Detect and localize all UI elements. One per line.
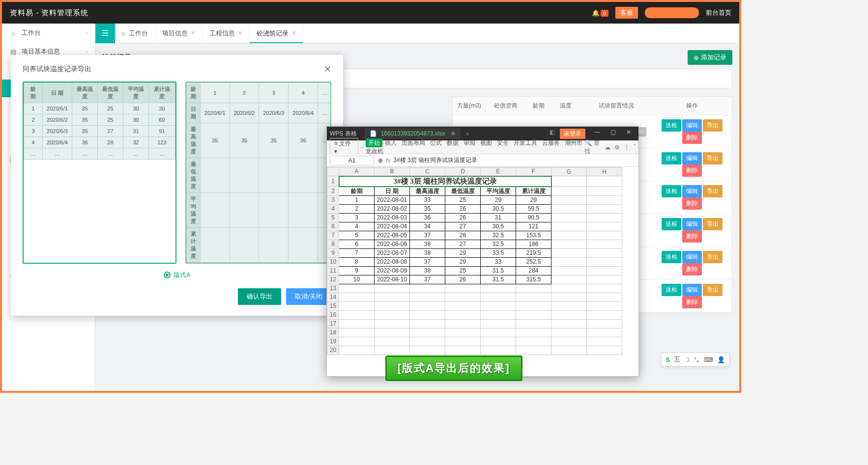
wps-more-icon[interactable]: ⋮ (624, 144, 630, 151)
op-edit[interactable]: 编辑 (682, 284, 702, 296)
export-modal: 同养试块温度记录导出 ✕ 龄 期日 期最高温度最低温度平均温度累计温度12020… (11, 55, 343, 316)
ime-mode[interactable]: 五 (674, 355, 680, 364)
notification-bell[interactable]: 🔔0 (592, 9, 608, 17)
chevron-icon: ‹ (86, 30, 88, 36)
col-age[interactable]: 龄期 (526, 97, 551, 115)
radio-checked-icon (164, 272, 171, 278)
op-edit[interactable]: 编辑 (682, 218, 702, 230)
ime-punct-icon[interactable]: °｡ (694, 356, 700, 363)
tab[interactable]: 项目信息✕ (155, 24, 203, 43)
tab-close-icon[interactable]: ✕ (191, 30, 195, 36)
wps-new-tab[interactable]: ＋ (464, 130, 470, 138)
op-delete[interactable]: 删除 (682, 197, 702, 210)
maximize-icon[interactable]: ▢ (606, 129, 620, 139)
format-a-radio[interactable]: 版式A (23, 271, 331, 279)
ribbon-tab[interactable]: 审阅 (461, 138, 478, 147)
wps-insert-fn-icon[interactable]: ⊕ (378, 157, 383, 164)
wps-app-name: WPS 表格 (330, 130, 357, 138)
user-name-masked[interactable] (645, 7, 699, 18)
modal-title: 同养试块温度记录导出 (23, 65, 91, 74)
wps-collapse-icon[interactable]: ˇ (634, 144, 636, 151)
wps-window: WPS 表格 📄 1660133932054873.xlsx ✕ ＋ ◧ 未登录… (326, 126, 639, 377)
op-export[interactable]: 导出 (703, 218, 723, 230)
op-edit[interactable]: 编辑 (682, 152, 702, 164)
wps-sync-icon[interactable]: ◧ (550, 129, 555, 139)
cancel-close-button[interactable]: 取消/关闭 (286, 288, 331, 305)
tab-icon: ⌂ (122, 29, 126, 37)
op-delete[interactable]: 删除 (682, 132, 702, 144)
op-export[interactable]: 导出 (703, 152, 723, 164)
sidebar-icon: ▤ (9, 48, 18, 55)
col-situation[interactable]: 试块留置情况 (580, 97, 652, 115)
format-b-preview[interactable]: 龄 期1234…日 期2020/6/12020/6/22020/6/32020/… (185, 82, 331, 264)
close-window-icon[interactable]: ✕ (622, 129, 636, 139)
op-send[interactable]: 送检 (662, 152, 681, 164)
ribbon-tab[interactable]: 安全 (494, 138, 511, 147)
add-record-button[interactable]: ⊕添加记录 (688, 50, 732, 65)
tab-menu-icon[interactable]: ☰ (95, 24, 115, 43)
ribbon-tab[interactable]: 公式 (428, 138, 444, 147)
wps-search-icon[interactable]: 🔍 查找 (584, 139, 601, 156)
op-edit[interactable]: 编辑 (682, 185, 702, 197)
wps-settings-icon[interactable]: ⚙ (614, 144, 620, 151)
result-banner: [版式A导出后的效果] (385, 356, 522, 381)
ribbon-tab[interactable]: 数据 (444, 138, 461, 147)
tab[interactable]: ⌂工作台 (115, 24, 155, 43)
wps-name-box[interactable]: A1 (330, 156, 374, 165)
op-send[interactable]: 送检 (662, 284, 681, 296)
col-temp[interactable]: 温度 (551, 97, 580, 115)
col-supplier[interactable]: 砼供货商 (486, 97, 526, 115)
op-delete[interactable]: 删除 (682, 263, 702, 275)
chevron-icon: ‹ (86, 49, 88, 55)
sidebar-item[interactable]: ⌂工作台‹ (2, 24, 95, 42)
plus-icon: ⊕ (694, 54, 699, 61)
wps-ribbon: ≡ 文件 ▾ » 开始插入页面布局公式数据审阅视图安全开发工具云服务潮州市党政机… (327, 140, 638, 154)
op-export[interactable]: 导出 (703, 119, 723, 132)
topbar: 资料易 - 资料管理系统 🔔0 客服 前台首页 (2, 2, 739, 24)
op-export[interactable]: 导出 (703, 185, 723, 197)
ribbon-tab[interactable]: 视图 (478, 138, 494, 147)
confirm-export-button[interactable]: 确认导出 (238, 288, 281, 305)
op-send[interactable]: 送检 (662, 218, 681, 230)
ime-keyboard-icon[interactable]: ⌨ (704, 356, 713, 363)
wps-sheet[interactable]: ABCDEFGH13#楼 3层 墙柱同养试块温度记录2龄期日 期最高温度最低温度… (327, 167, 638, 376)
ime-moon-icon[interactable]: ☽ (684, 356, 690, 363)
ribbon-tab[interactable]: 页面布局 (399, 138, 428, 147)
kefu-button[interactable]: 客服 (615, 7, 638, 19)
ribbon-tab[interactable]: 开发工具 (511, 138, 540, 147)
op-delete[interactable]: 删除 (682, 164, 702, 177)
wps-fx-icon[interactable]: fx (386, 157, 390, 164)
tab[interactable]: 砼浇筑记录✕ (250, 24, 303, 43)
notification-count: 0 (601, 10, 608, 17)
op-edit[interactable]: 编辑 (682, 251, 702, 263)
wps-cloud-icon[interactable]: ☁ (605, 144, 610, 151)
ime-logo-icon: S (665, 356, 670, 363)
op-send[interactable]: 送检 (662, 251, 681, 263)
op-send[interactable]: 送检 (662, 185, 681, 197)
app-title: 资料易 - 资料管理系统 (10, 8, 88, 18)
op-export[interactable]: 导出 (703, 251, 723, 263)
modal-close-icon[interactable]: ✕ (324, 64, 331, 75)
ribbon-tab[interactable]: 插入 (382, 138, 399, 147)
ime-toolbar[interactable]: S 五 ☽ °｡ ⌨ 👤 (661, 353, 729, 366)
op-send[interactable]: 送检 (662, 119, 681, 132)
wps-file-menu[interactable]: ≡ 文件 ▾ (330, 138, 358, 156)
home-link[interactable]: 前台首页 (706, 8, 731, 17)
col-volume[interactable]: 方量(m3) (453, 97, 486, 115)
op-delete[interactable]: 删除 (682, 230, 702, 243)
op-edit[interactable]: 编辑 (682, 119, 702, 132)
minimize-icon[interactable]: — (590, 129, 604, 139)
op-export[interactable]: 导出 (703, 284, 723, 296)
ribbon-tab[interactable]: 开始 (366, 138, 382, 147)
tab-close-icon[interactable]: ✕ (238, 30, 242, 36)
wps-file-tab[interactable]: 📄 1660133932054873.xlsx ✕ (365, 128, 461, 139)
ime-user-icon[interactable]: 👤 (717, 356, 725, 363)
format-a-preview[interactable]: 龄 期日 期最高温度最低温度平均温度累计温度12020/6/1352530302… (23, 82, 176, 264)
wps-formula-bar: A1 ⊕ fx 3#楼 3层 墙柱同养试块温度记录 (327, 154, 638, 167)
wps-login-button[interactable]: 未登录 (560, 129, 585, 139)
op-delete[interactable]: 删除 (682, 296, 702, 308)
wps-formula-text[interactable]: 3#楼 3层 墙柱同养试块温度记录 (393, 156, 477, 164)
tab-close-icon[interactable]: ✕ (291, 30, 296, 36)
ribbon-tab[interactable]: 云服务 (540, 138, 562, 147)
tab[interactable]: 工程信息✕ (203, 24, 250, 43)
